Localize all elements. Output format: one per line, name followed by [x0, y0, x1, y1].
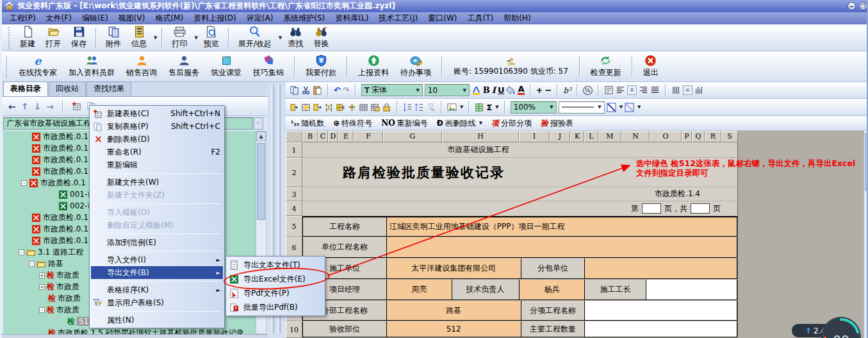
menu-file[interactable]: 文件(F) — [41, 12, 77, 24]
row-number[interactable]: 2 — [286, 158, 302, 187]
menu-properties[interactable]: 属性(N) — [91, 314, 223, 326]
col-header[interactable]: I — [519, 131, 550, 142]
underline-button[interactable]: U — [498, 85, 505, 95]
col-header[interactable]: J — [550, 131, 570, 142]
check-update-button[interactable]: 检查更新 — [586, 53, 626, 80]
restore-button[interactable]: ❐ — [859, 2, 867, 10]
sheet-corner[interactable] — [286, 131, 302, 142]
cell-value[interactable]: 路基 — [387, 301, 521, 321]
superscript-button[interactable]: b² — [563, 86, 571, 95]
row-number[interactable]: 5 — [286, 216, 302, 237]
row-number[interactable]: 10 — [286, 321, 302, 338]
font-red-button[interactable]: A — [518, 85, 524, 95]
menu-edit[interactable]: 编辑(E) — [77, 12, 113, 24]
exit-button[interactable]: 退出 — [639, 53, 663, 80]
increase-button[interactable]: + — [536, 85, 543, 95]
new-button[interactable]: 新建 — [15, 24, 40, 51]
tips-button[interactable]: 技巧集锦 — [249, 53, 288, 80]
menu-delete-table[interactable]: ×删除表格(D) — [91, 133, 223, 146]
print-dropdown-icon[interactable]: ▼ — [194, 35, 197, 40]
col-header[interactable]: N — [621, 131, 650, 142]
menu-import-file[interactable]: 导入文件(I)► — [91, 253, 223, 266]
submenu-batch-pdf[interactable]: P批量导出Pdf(B) — [227, 300, 323, 314]
nav-up-button[interactable]: ↑ — [21, 101, 29, 112]
random-number-button[interactable]: ¹₂₃随机数 — [291, 118, 324, 129]
image-dropdown-icon[interactable]: ▼ — [460, 105, 463, 110]
menu-window[interactable]: 窗口(W) — [423, 12, 462, 24]
undo-button[interactable]: ↶ — [334, 85, 341, 95]
copy-button[interactable] — [290, 85, 299, 95]
col-header[interactable]: K — [570, 131, 584, 142]
vertical-center-button[interactable] — [683, 85, 692, 95]
menu-new-table[interactable]: 新建表格(C)Shift+Ctrl+N — [91, 107, 223, 120]
find-expert-button[interactable]: e 在线找专家 — [14, 54, 61, 80]
col-header[interactable]: Q — [692, 131, 705, 142]
collapse-icon[interactable]: - — [39, 307, 45, 313]
menu-tools[interactable]: 工具(T) — [463, 12, 499, 24]
vertical-bottom-button[interactable] — [694, 85, 704, 95]
insert-col-button[interactable] — [336, 103, 345, 112]
menu-export-file[interactable]: 导出文件(B)► — [91, 266, 223, 279]
info-dropdown-icon[interactable]: ▼ — [154, 35, 157, 40]
row-number[interactable]: 3 — [286, 187, 302, 201]
tab-table-catalog[interactable]: 表格目录 — [3, 81, 48, 96]
col-header[interactable]: O — [650, 131, 682, 142]
menu-format[interactable]: 格式(M) — [150, 12, 188, 24]
subitem-button[interactable]: 项分部分项 — [491, 118, 532, 129]
menu-add-example[interactable]: 添加到范例(E) — [91, 236, 223, 249]
split-cell-button[interactable] — [324, 103, 334, 112]
tab-recycle-bin[interactable]: 回收站 — [49, 81, 86, 96]
cell-value[interactable]: 周亮 — [387, 280, 452, 300]
line-spacing-down-button[interactable] — [414, 103, 424, 112]
toolbar-handle[interactable] — [8, 27, 10, 49]
col-header[interactable]: C — [318, 131, 328, 142]
combo-side-button[interactable]: ◦ — [254, 117, 263, 130]
menu-craft[interactable]: 技术工艺(J) — [373, 12, 423, 24]
menu-sort-tables[interactable]: 表格排序(K)► — [91, 283, 223, 296]
menu-library[interactable]: 资料库(L) — [330, 12, 373, 24]
print-button[interactable]: 打印 — [167, 24, 192, 51]
collapse-icon[interactable]: - — [19, 249, 24, 255]
menu-new-folder[interactable]: 新建文件夹(W) — [91, 176, 223, 189]
after-sales-button[interactable]: 售后服务 — [164, 53, 204, 80]
find-button[interactable]: 查找 — [283, 24, 307, 51]
toolbar-handle[interactable] — [6, 56, 8, 78]
align-center-button[interactable] — [627, 85, 637, 95]
col-header[interactable]: F — [354, 131, 383, 142]
font-family-combobox[interactable]: T宋体▼ — [361, 84, 423, 96]
col-header[interactable]: E — [338, 131, 354, 142]
attachment-button[interactable]: 附件 — [101, 24, 126, 51]
nav-back-button[interactable]: ← — [8, 101, 16, 112]
diagonal-dropdown-icon[interactable]: ▼ — [619, 105, 623, 110]
font-size-combobox[interactable]: 10▼ — [425, 84, 470, 96]
replace-button[interactable]: 替换 — [309, 24, 333, 51]
redo-button[interactable]: ↷ — [343, 85, 350, 95]
new-table-button[interactable] — [72, 101, 81, 111]
cell-value[interactable]: 江城区奕垌工业用地基础建设（PPP）项目一期工程 — [387, 217, 737, 237]
preview-button[interactable]: 预览 — [199, 24, 224, 51]
expand-collapse-button[interactable]: 展开/收起 — [234, 24, 276, 51]
class-button[interactable]: 筑业课堂 — [206, 53, 246, 80]
renumber-button[interactable]: NO重新编号 — [381, 118, 427, 129]
col-header[interactable]: H — [442, 131, 519, 142]
info-button[interactable]: 信息 — [127, 24, 151, 51]
collapse-icon[interactable]: - — [21, 180, 27, 186]
cell-label[interactable]: 技术负责人 — [452, 280, 520, 300]
diagonal-line2-button[interactable] — [625, 103, 634, 112]
page-total-box[interactable] — [691, 203, 710, 214]
formula-sheet-icon[interactable] — [475, 103, 484, 112]
font-color-icon[interactable] — [471, 85, 481, 95]
table-props-button[interactable] — [370, 103, 380, 112]
paste-button[interactable] — [313, 85, 322, 95]
menu-view[interactable]: 视图(V) — [113, 12, 151, 24]
cell-value[interactable] — [585, 301, 737, 321]
scroll-up-icon[interactable]: ▲ — [256, 131, 266, 141]
minimize-button[interactable]: − — [848, 2, 856, 10]
menu-project[interactable]: 工程(P) — [4, 12, 41, 24]
cell-value[interactable]: 太平洋建设集团有限公司 — [387, 258, 521, 279]
cell-label[interactable]: 分包单位 — [521, 258, 585, 279]
diagonal2-dropdown-icon[interactable]: ▼ — [637, 105, 641, 110]
sigma-button[interactable]: Σ — [486, 103, 492, 112]
expand-dropdown-icon[interactable]: ▼ — [279, 35, 282, 40]
merge-cells-button[interactable] — [301, 103, 311, 112]
